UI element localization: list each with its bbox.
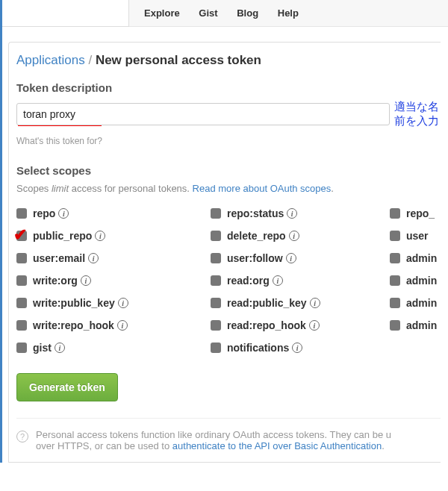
scope-gist: gisti [16,342,211,354]
question-icon: ? [16,431,28,442]
checkbox-read-repo-hook[interactable] [211,320,221,331]
checkbox-col3[interactable] [390,253,400,263]
scope-label: read:public_key [227,297,307,309]
checkbox-write-public-key[interactable] [16,298,27,308]
oauth-scopes-link[interactable]: Read more about OAuth scopes [193,183,332,194]
info-icon[interactable]: i [58,208,69,219]
token-description-label: Token description [16,81,441,94]
scope-user-col3: user [390,230,448,242]
scope-repo: repoi [16,207,211,219]
scope-label: write:org [33,275,78,287]
scope-admin-col3: admin [390,252,448,264]
scope-label: write:public_key [33,297,115,309]
nav-blog[interactable]: Blog [237,7,258,19]
scope-label: repo [33,207,55,219]
generate-token-button[interactable]: Generate token [16,373,118,401]
info-icon[interactable]: i [286,253,296,263]
scope-label: public_repo [33,230,92,242]
info-icon[interactable]: i [88,253,99,263]
scope-write-public-key: write:public_keyi [16,297,211,309]
info-icon[interactable]: i [289,231,299,241]
info-icon[interactable]: i [117,320,128,331]
main-panel: Applications / New personal access token… [8,42,441,463]
scopes-desc-post: access for personal tokens. [69,183,192,194]
scope-label: user:follow [227,252,283,264]
checkbox-read-org[interactable] [211,275,221,286]
checkbox-user-follow[interactable] [211,253,221,263]
checkbox-col3[interactable] [390,320,400,331]
scope-admin-col3: admin [390,275,448,287]
checkbox-repo-status[interactable] [211,208,221,219]
scope-label: admin [406,275,437,287]
info-icon[interactable]: i [95,231,105,241]
checkbox-write-org[interactable] [16,275,27,286]
scope-label: admin [406,252,437,264]
checkbox-col3[interactable] [390,231,400,241]
info-icon[interactable]: i [309,320,320,331]
scope-public-repo: ✔public_repoi [16,230,211,242]
nav-gist[interactable]: Gist [199,7,217,19]
nav-explore[interactable]: Explore [144,7,180,19]
checkbox-notifications[interactable] [211,343,221,353]
token-description-hint: What's this token for? [16,136,441,146]
info-icon[interactable]: i [310,298,320,308]
scope-read-org: read:orgi [211,275,390,287]
search-input[interactable] [2,0,129,27]
scope-repo-col3: repo_ [390,207,448,219]
scope-notifications: notificationsi [211,342,390,354]
scope-label: read:org [227,275,270,287]
info-icon[interactable]: i [55,343,65,353]
footnote-text: Personal access tokens function like ord… [36,429,391,440]
top-bar: Explore Gist Blog Help [2,0,448,27]
scope-label: read:repo_hook [227,319,306,331]
scope-label: admin [406,297,437,309]
scope-repo-status: repo:statusi [211,207,390,219]
scope-label: admin [406,319,437,331]
primary-nav: Explore Gist Blog Help [144,7,315,19]
nav-help[interactable]: Help [278,7,299,19]
scope-label: repo:status [227,207,284,219]
checkbox-col3[interactable] [390,298,400,308]
scope-delete-repo: delete_repoi [211,230,390,242]
scope-label: gist [33,342,52,354]
checkbox-gist[interactable] [16,343,27,353]
scope-admin-col3: admin [390,297,448,309]
checkbox-write-repo-hook[interactable] [16,320,27,331]
checkbox-col3[interactable] [390,275,400,286]
breadcrumb-sep: / [88,53,92,67]
checkbox-delete-repo[interactable] [211,231,221,241]
scopes-desc-pre: Scopes [16,183,52,194]
scope-read-repo-hook: read:repo_hooki [211,319,390,331]
page-title: New personal access token [96,53,261,67]
info-icon[interactable]: i [118,298,128,308]
scope-user-follow: user:followi [211,252,390,264]
scope-label: notifications [227,342,289,354]
annotation-note: 適当な名前を入力 [394,100,441,128]
footnote-dot: . [382,440,385,451]
scope-admin-col3: admin [390,319,448,331]
breadcrumb-parent[interactable]: Applications [16,53,85,67]
footnote-text: over HTTPS, or can be used to [36,440,172,451]
breadcrumb: Applications / New personal access token [16,53,441,68]
checkbox-user-email[interactable] [16,253,27,263]
info-icon[interactable]: i [292,343,302,353]
checkbox-repo[interactable] [16,208,27,219]
basic-auth-link[interactable]: authenticate to the API over Basic Authe… [172,440,382,451]
scope-label: write:repo_hook [33,319,114,331]
checkbox-col3[interactable] [390,208,400,219]
scope-write-org: write:orgi [16,275,211,287]
token-description-input[interactable] [16,103,390,125]
footnote: ? Personal access tokens function like o… [16,418,441,451]
scope-label: user:email [33,252,85,264]
info-icon[interactable]: i [273,275,283,286]
info-icon[interactable]: i [81,275,91,286]
checkbox-public-repo[interactable] [16,231,27,241]
scopes-grid: repoi repo:statusi repo_ ✔public_repoi d… [16,207,441,354]
scope-label: delete_repo [227,230,286,242]
select-scopes-label: Select scopes [16,164,441,177]
checkbox-read-public-key[interactable] [211,298,221,308]
scope-label: repo_ [406,207,435,219]
scopes-description: Scopes limit access for personal tokens.… [16,183,441,194]
info-icon[interactable]: i [287,208,297,219]
scope-write-repo-hook: write:repo_hooki [16,319,211,331]
